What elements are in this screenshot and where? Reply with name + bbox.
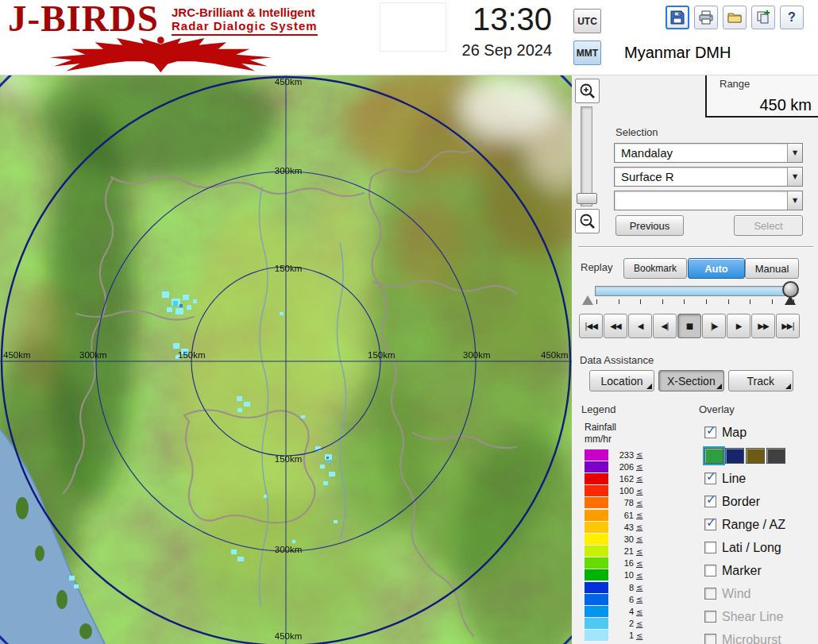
replay-control-button[interactable]: ◀| [653, 314, 677, 338]
help-button[interactable]: ? [780, 6, 804, 29]
map-style-swatch[interactable] [746, 448, 765, 464]
assistance-button[interactable]: Location [589, 370, 654, 391]
overlay-checkbox[interactable]: ✓ [704, 542, 716, 553]
ring-label: 450km [541, 350, 569, 360]
radar-map[interactable]: 450km 300km 150km 150km 300km 450km 450k… [0, 75, 572, 644]
legend-value: 162 [613, 474, 634, 484]
legend-color-swatch [585, 485, 608, 496]
timeline-start-marker[interactable] [582, 295, 593, 305]
replay-control-button[interactable]: ◀◀ [604, 314, 627, 338]
check-icon: ✓ [706, 515, 716, 530]
overlay-item[interactable]: ✓ Marker [704, 559, 817, 582]
replay-control-button[interactable]: ▶▶ [751, 314, 775, 338]
map-style-swatch[interactable] [766, 448, 785, 464]
legend-value: 10 [613, 570, 634, 580]
export-button[interactable] [751, 6, 775, 29]
overlay-checkbox[interactable]: ✓ [704, 519, 716, 530]
legend-value: 30 [613, 534, 634, 544]
data-assistance-buttons: Location X-Section Track [589, 370, 793, 391]
replay-control-button[interactable]: ◀ [628, 314, 652, 338]
zoom-out-button[interactable] [575, 209, 600, 233]
overlay-item[interactable]: ✓ Lati / Long [704, 536, 817, 559]
rainfall-legend: 233 ≤ 206 ≤ 162 ≤ 100 ≤ 78 ≤ 61 ≤ [585, 449, 672, 642]
replay-control-button[interactable]: |◀◀ [579, 314, 603, 338]
overlay-checkbox[interactable]: ✓ [704, 565, 716, 577]
replay-control-button[interactable]: ▶▶| [776, 314, 800, 338]
overlay-item[interactable]: ✓ Microburst [704, 628, 817, 644]
overlay-item-label: Marker [722, 564, 762, 578]
auto-button[interactable]: Auto [688, 258, 745, 279]
overlay-checkbox[interactable]: ✓ [704, 634, 716, 644]
overlay-item[interactable]: ✓ Shear Line [704, 605, 817, 628]
legend-value: 1 [613, 631, 634, 640]
legend-value: 2 [613, 619, 634, 628]
zoom-slider-thumb[interactable] [577, 193, 597, 204]
selection-dropdown[interactable]: ▼ [614, 191, 803, 210]
overlay-checkbox[interactable]: ✓ [704, 588, 716, 600]
export-icon [755, 10, 771, 25]
print-button[interactable] [694, 6, 718, 29]
map-style-swatch[interactable] [725, 448, 744, 464]
utc-button[interactable]: UTC [573, 9, 601, 33]
replay-controls: |◀◀ ◀◀ ◀ ◀| ■ |▶ ▶ ▶▶ ▶▶| [579, 314, 800, 338]
overlay-item[interactable]: ✓ Border [704, 490, 817, 513]
legend-value: 61 [613, 511, 634, 520]
chevron-down-icon: ▼ [793, 149, 797, 156]
legend-row: 6 ≤ [585, 593, 672, 605]
legend-lte-symbol: ≤ [636, 595, 642, 604]
ring-label: 300km [79, 350, 107, 360]
mmt-button[interactable]: MMT [573, 40, 601, 65]
legend-row: 4 ≤ [585, 605, 672, 617]
map-style-swatch[interactable] [704, 448, 723, 464]
zoom-slider-track[interactable] [581, 106, 592, 206]
replay-control-button[interactable]: ▶ [727, 314, 750, 338]
bookmark-button[interactable]: Bookmark [623, 258, 687, 279]
overlay-item[interactable]: ✓ Wind [704, 582, 817, 605]
ring-label: 450km [275, 77, 303, 87]
legend-color-swatch [585, 522, 608, 533]
radar-map-canvas[interactable]: 450km 300km 150km 150km 300km 450km 450k… [0, 75, 572, 644]
overlay-item-label: Wind [722, 587, 750, 601]
legend-value: 233 [613, 450, 634, 460]
dropdown-arrow-button[interactable]: ▼ [787, 144, 802, 162]
overlay-item-map[interactable]: ✓ Map [704, 421, 817, 444]
legend-color-swatch [585, 497, 608, 508]
save-button[interactable] [666, 6, 689, 29]
previous-button[interactable]: Previous [615, 215, 684, 236]
legend-label: Legend [581, 403, 615, 415]
legend-value: 206 [613, 462, 634, 472]
overlay-item[interactable]: ✓ Line [704, 467, 817, 490]
legend-color-swatch [585, 449, 608, 461]
legend-lte-symbol: ≤ [636, 631, 642, 640]
selection-dropdown[interactable]: Surface R ▼ [614, 167, 803, 187]
legend-lte-symbol: ≤ [636, 571, 642, 580]
dropdown-arrow-button[interactable]: ▼ [787, 191, 802, 210]
selection-dropdown[interactable]: Mandalay ▼ [614, 143, 803, 163]
legend-color-swatch [585, 630, 608, 641]
dropdown-value: Surface R [615, 168, 787, 186]
timeline-slider-thumb[interactable] [782, 281, 799, 298]
legend-value: 43 [613, 523, 634, 532]
dropdown-arrow-button[interactable]: ▼ [787, 168, 802, 186]
manual-button[interactable]: Manual [745, 258, 799, 279]
overlay-item-label: Map [722, 426, 747, 440]
assistance-button[interactable]: X-Section [658, 370, 724, 391]
assistance-button[interactable]: Track [728, 370, 793, 391]
overlay-checkbox[interactable]: ✓ [704, 496, 716, 507]
eagle-logo-icon [10, 33, 315, 73]
overlay-item[interactable]: ✓ Range / AZ [704, 513, 817, 536]
station-title: Myanmar DMH [624, 44, 731, 62]
overlay-checkbox[interactable]: ✓ [704, 611, 716, 623]
clock-date: 26 Sep 2024 [433, 40, 552, 60]
legend-lte-symbol: ≤ [636, 474, 642, 483]
replay-control-button[interactable]: ■ [677, 314, 701, 338]
timeline-track[interactable] [595, 286, 796, 296]
map-checkbox[interactable]: ✓ [704, 426, 716, 438]
overlay-checkbox[interactable]: ✓ [704, 472, 716, 484]
replay-control-button[interactable]: |▶ [702, 314, 726, 338]
open-button[interactable] [723, 6, 747, 29]
legend-row: 233 ≤ [585, 449, 672, 461]
zoom-in-button[interactable] [575, 79, 600, 103]
overlay-item-label: Range / AZ [722, 518, 785, 532]
select-button[interactable]: Select [734, 215, 803, 236]
